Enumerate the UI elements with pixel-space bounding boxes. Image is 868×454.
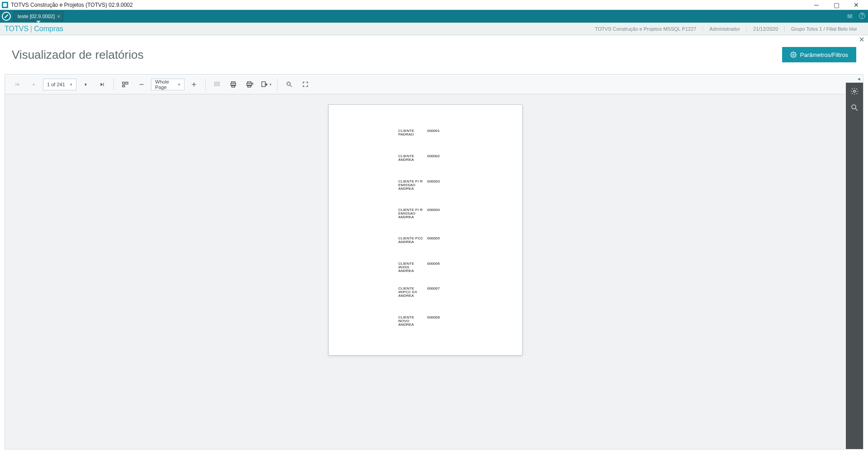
svg-rect-1 xyxy=(123,82,125,84)
status-env: TOTVS Construção e Projetos MSSQL P1227 xyxy=(589,26,703,32)
tab-close-icon[interactable]: × xyxy=(57,14,60,19)
minimize-button[interactable]: ─ xyxy=(807,0,826,10)
report-page: CLIENTE PADRAO000001CLIENTE ANDREA000002… xyxy=(328,104,523,356)
close-window-button[interactable]: ✕ xyxy=(846,0,866,10)
svg-point-19 xyxy=(852,105,856,109)
help-icon[interactable]: ? xyxy=(859,13,865,19)
tabstrip-left: teste [02.9.0002] × xyxy=(2,10,63,23)
mail-icon[interactable]: ✉ xyxy=(847,13,853,20)
tab-label: teste [02.9.0002] xyxy=(18,14,55,19)
svg-rect-7 xyxy=(215,82,220,83)
viewer-toolbar: 1 of 241 ▾ Whole Page ▾ xyxy=(5,75,863,94)
export-button[interactable]: ▾ xyxy=(259,78,273,91)
titlebar-left: TOTVS Construção e Projetos (TOTVS) 02.9… xyxy=(2,2,133,8)
status-user: Administrador xyxy=(703,26,746,32)
search-button[interactable] xyxy=(282,78,296,91)
toolbar-separator xyxy=(113,79,114,90)
prev-page-button[interactable] xyxy=(27,78,40,91)
report-row: CLIENTE IR/ISS ANDREA000006 xyxy=(398,262,507,273)
toolbar-separator xyxy=(205,79,206,90)
gear-icon xyxy=(790,51,797,58)
report-row-code: 000003 xyxy=(427,180,440,183)
multipage-view-button[interactable] xyxy=(118,78,132,91)
report-row-name: CLIENTE IR/ISS ANDREA xyxy=(398,262,425,273)
chevron-down-icon: ▾ xyxy=(269,82,272,87)
window-title: TOTVS Construção e Projetos (TOTVS) 02.9… xyxy=(11,2,133,8)
report-row-name: CLIENTE ANDREA xyxy=(398,154,425,162)
report-row-name: CLIENTE P/ R EMISSAO ANDREA xyxy=(398,180,425,191)
report-row: CLIENTE PCC ANDREA000005 xyxy=(398,237,507,244)
report-canvas[interactable]: CLIENTE PADRAO000001CLIENTE ANDREA000002… xyxy=(5,94,846,449)
report-row: CLIENTE P/ R EMISSAO ANDREA000004 xyxy=(398,208,507,219)
app-tabstrip: teste [02.9.0002] × ✉ ? xyxy=(0,10,868,23)
zoom-out-button[interactable] xyxy=(135,78,148,91)
zoom-level-display: Whole Page xyxy=(155,79,175,90)
page-title: Visualizador de relatórios xyxy=(12,48,143,62)
report-row: CLIENTE PADRAO000001 xyxy=(398,129,507,136)
next-page-button[interactable] xyxy=(79,78,93,91)
report-row-name: CLIENTE IR/PCC EX ANDREA xyxy=(398,287,425,298)
zoom-in-button[interactable] xyxy=(187,78,201,91)
svg-line-17 xyxy=(290,85,292,87)
status-company: Grupo Totvs 1 / Filial Belo Hor xyxy=(784,26,863,32)
chevron-down-icon: ▾ xyxy=(70,82,72,87)
panel-close-icon[interactable]: × xyxy=(859,34,864,45)
zoom-level-field[interactable]: Whole Page ▾ xyxy=(151,79,184,90)
tab-active-indicator xyxy=(36,21,41,23)
report-row: CLIENTE ANDREA000002 xyxy=(398,154,507,162)
window-controls: ─ ▢ ✕ xyxy=(807,0,866,10)
svg-rect-2 xyxy=(126,82,128,84)
report-viewer: 1 of 241 ▾ Whole Page ▾ xyxy=(5,74,863,449)
parameters-button-label: Parâmetros/Filtros xyxy=(800,51,848,58)
report-row: CLIENTE NOVO ANDREA000008 xyxy=(398,316,507,327)
parameters-button[interactable]: Parâmetros/Filtros xyxy=(782,47,856,62)
quick-print-button[interactable] xyxy=(243,78,256,91)
print-button[interactable] xyxy=(226,78,240,91)
search-rail-button[interactable] xyxy=(850,103,859,112)
app-icon xyxy=(2,2,8,8)
first-page-button[interactable] xyxy=(10,78,24,91)
report-row-code: 000004 xyxy=(427,208,440,212)
svg-line-20 xyxy=(855,108,858,111)
report-row-code: 000008 xyxy=(427,316,440,319)
breadcrumb-separator: | xyxy=(30,25,32,33)
content-header: Visualizador de relatórios Parâmetros/Fi… xyxy=(0,35,868,74)
report-row-code: 000002 xyxy=(427,154,440,158)
page-number-field[interactable]: 1 of 241 ▾ xyxy=(43,79,76,90)
report-row-code: 000006 xyxy=(427,262,440,266)
report-row-name: CLIENTE NOVO ANDREA xyxy=(398,316,425,327)
report-row-code: 000007 xyxy=(427,287,440,290)
maximize-button[interactable]: ▢ xyxy=(826,0,846,10)
last-page-button[interactable] xyxy=(95,78,109,91)
svg-point-0 xyxy=(793,54,794,56)
breadcrumb-brand: TOTVS xyxy=(5,25,28,33)
report-row-name: CLIENTE PCC ANDREA xyxy=(398,237,425,244)
toolbar-separator xyxy=(277,79,278,90)
report-row-name: CLIENTE P/ R EMISSAO ANDREA xyxy=(398,208,425,219)
svg-rect-8 xyxy=(215,84,220,86)
breadcrumb-module[interactable]: Compras xyxy=(34,25,63,33)
svg-rect-3 xyxy=(123,85,125,87)
side-rail xyxy=(846,83,863,449)
page-number-display: 1 of 241 xyxy=(47,82,65,87)
report-row-name: CLIENTE PADRAO xyxy=(398,129,425,136)
chevron-down-icon: ▾ xyxy=(178,82,180,87)
svg-point-16 xyxy=(287,82,290,86)
window-titlebar: TOTVS Construção e Projetos (TOTVS) 02.9… xyxy=(0,0,868,10)
collapse-right-panel-button[interactable]: ◂ xyxy=(855,75,863,83)
breadcrumb: TOTVS | Compras xyxy=(5,25,63,33)
bookmarks-button[interactable] xyxy=(210,78,224,91)
svg-point-18 xyxy=(854,90,856,93)
settings-rail-button[interactable] xyxy=(850,87,859,95)
breadcrumb-bar: TOTVS | Compras TOTVS Construção e Proje… xyxy=(0,23,868,35)
tabstrip-right: ✉ ? xyxy=(847,13,865,20)
document-tab[interactable]: teste [02.9.0002] × xyxy=(14,11,63,21)
report-row-code: 000005 xyxy=(427,237,440,240)
report-row: CLIENTE IR/PCC EX ANDREA000007 xyxy=(398,287,507,298)
app-menu-icon[interactable] xyxy=(2,12,11,21)
status-cells: TOTVS Construção e Projetos MSSQL P1227 … xyxy=(589,26,863,32)
status-date: 21/12/2020 xyxy=(746,26,784,32)
fullscreen-button[interactable] xyxy=(298,78,312,91)
report-row: CLIENTE P/ R EMISSAO ANDREA000003 xyxy=(398,180,507,191)
report-row-code: 000001 xyxy=(427,129,440,133)
